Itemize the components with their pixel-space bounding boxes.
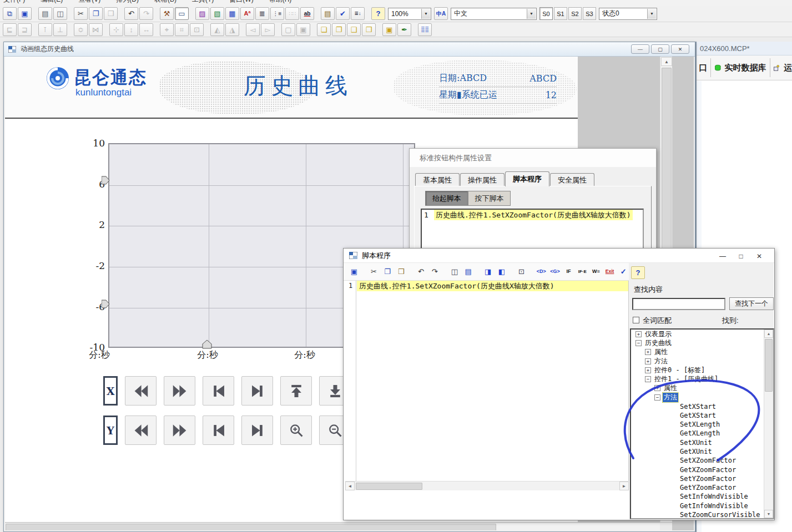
x-cursor-marker[interactable]	[202, 340, 212, 349]
menu-item[interactable]: 窗口(W)	[229, 0, 253, 4]
tree-label[interactable]: 属性	[663, 383, 678, 393]
tree-label[interactable]: 属性	[653, 347, 669, 357]
rotate-left-icon[interactable]: ◭	[210, 23, 224, 36]
tree-item[interactable]: − 历史曲线	[631, 338, 773, 347]
press-script-tab[interactable]: 按下脚本	[468, 191, 511, 206]
align-left-icon[interactable]: ⊑	[3, 23, 17, 36]
tree-label[interactable]: 控件0 - [标签]	[653, 366, 706, 375]
tree-label[interactable]: 方法	[663, 393, 678, 402]
format-icon[interactable]: ▤	[462, 265, 475, 278]
tree-label[interactable]: 仪表显示	[644, 330, 673, 339]
tools-icon[interactable]: ⚒	[160, 7, 174, 20]
state-button[interactable]: S0	[539, 7, 553, 20]
maximize-button[interactable]: ▢	[651, 44, 669, 54]
tree-item[interactable]: SetXLength	[631, 420, 773, 429]
tree-label[interactable]: SetInfoWndVisible	[679, 493, 749, 500]
same-height-icon[interactable]: ≎	[74, 23, 88, 36]
state-button[interactable]: S3	[583, 7, 596, 20]
print-icon[interactable]: ▤	[38, 7, 52, 20]
tree-label[interactable]: GetYZoomFactor	[679, 484, 737, 492]
flip-h-icon[interactable]: ◅	[246, 23, 260, 36]
tree-toggle[interactable]: +	[645, 367, 651, 373]
tree-item[interactable]: GetInfoWndVisible	[631, 501, 773, 510]
find-preview-icon[interactable]: ◫	[448, 265, 461, 278]
x-skip-start-button[interactable]	[203, 376, 234, 406]
script-code-editor[interactable]: 1 历史曲线.控件1.SetXZoomFactor(历史曲线X轴放大倍数)	[345, 281, 629, 481]
scrollbar-thumb[interactable]	[6, 524, 496, 530]
same-size-icon[interactable]: ⊹	[109, 23, 123, 36]
find-input[interactable]	[632, 298, 725, 310]
x-skip-end-button[interactable]	[241, 376, 273, 406]
find-next-button[interactable]: 查找下一个	[729, 297, 774, 310]
tree-item[interactable]: SetXZoomFactor	[631, 456, 773, 465]
align-right-icon[interactable]: ⊒	[18, 23, 32, 36]
zoom-select[interactable]: 100% ▼	[388, 8, 431, 20]
property-tab[interactable]: 基本属性	[415, 173, 460, 186]
save-icon[interactable]: ▣	[18, 7, 32, 20]
tree-item[interactable]: − 方法	[631, 393, 773, 402]
tree-item[interactable]: + 控件0 - [标签]	[631, 366, 773, 374]
tree-label[interactable]: GetXZoomFactor	[679, 466, 737, 474]
scroll-right-button[interactable]: ►	[619, 482, 629, 490]
tree-label[interactable]: 方法	[653, 357, 669, 366]
tree-item[interactable]: + 方法	[631, 357, 773, 366]
script-code-line[interactable]: 历史曲线.控件1.SetXZoomFactor(历史曲线X轴放大倍数)	[357, 281, 628, 291]
scroll-down-button[interactable]: ▼	[764, 510, 773, 518]
y-skip-start-button[interactable]	[203, 416, 234, 445]
language-select[interactable]: 中文 ▼	[451, 8, 537, 20]
center-v-icon[interactable]: ⌗	[175, 23, 189, 36]
font-grid-icon[interactable]: ▦	[225, 7, 239, 20]
menu-item[interactable]: 工具(T)	[192, 0, 214, 4]
property-tab[interactable]: 安全属性	[550, 173, 594, 186]
tab-run-strategy-partial[interactable]: 运	[784, 63, 792, 73]
property-tab[interactable]: 操作属性	[460, 173, 505, 186]
tree-label[interactable]: SetXStart	[679, 403, 717, 411]
syntax-check-icon[interactable]: ✓	[617, 265, 629, 278]
scroll-left-button[interactable]: ◄	[345, 482, 355, 490]
redo-icon[interactable]: ↷	[428, 265, 441, 278]
undo-icon[interactable]: ↶	[415, 265, 427, 278]
window-titlebar[interactable]: 脚本程序	[344, 249, 774, 263]
align-bottom-icon[interactable]: ⊥	[53, 23, 67, 36]
group-icon[interactable]: ▢	[281, 23, 295, 36]
tree-item[interactable]: SetXStart	[631, 402, 773, 411]
help-icon[interactable]: ?	[631, 266, 645, 279]
tree-item[interactable]: GetYZoomFactor	[631, 483, 773, 492]
editor-horizontal-scrollbar[interactable]: ◄ ►	[345, 481, 629, 490]
menu-item[interactable]: 排列(D)	[116, 0, 139, 4]
tree-scrollbar[interactable]: ▲ ▼	[764, 330, 773, 518]
cut-icon[interactable]: ✂	[368, 265, 380, 278]
state-button[interactable]: S1	[554, 7, 567, 20]
translate-button[interactable]: 中A	[434, 7, 448, 20]
cut-icon[interactable]: ✂	[74, 7, 88, 20]
object-tree[interactable]: + 仪表显示 − 历史曲线 + 属性 + 方法	[630, 328, 774, 519]
tree-label[interactable]: GetInfoWndVisible	[679, 502, 749, 510]
window-titlebar[interactable]: 动画组态历史曲线	[4, 42, 695, 57]
tab-user-window-partial[interactable]: 口	[699, 63, 707, 73]
minimize-button[interactable]: —	[714, 250, 731, 262]
tree-label[interactable]: 历史曲线	[644, 338, 673, 348]
tree-label[interactable]: SetYZoomFactor	[679, 475, 737, 483]
tree-item[interactable]: + 属性	[631, 348, 773, 357]
workbench-icon[interactable]: ▭	[175, 7, 189, 20]
tab-realtime-database[interactable]: 实时数据库	[725, 63, 766, 73]
x-fastforward-button[interactable]	[164, 376, 195, 406]
insert-data-icon[interactable]: <D>	[535, 265, 547, 278]
bring-forward-icon[interactable]: ❑	[347, 23, 361, 36]
rotate-right-icon[interactable]: ◮	[225, 23, 239, 36]
tree-item[interactable]: SetYZoomFactor	[631, 474, 773, 483]
center-h-icon[interactable]: ⊡	[190, 23, 204, 36]
y-skip-end-button[interactable]	[241, 416, 273, 445]
tree-item[interactable]: GetXStart	[631, 411, 773, 420]
tree-item[interactable]: SetZoomCursorVisible	[631, 510, 773, 519]
bring-front-icon[interactable]: ❏	[317, 23, 331, 36]
if-else-block-icon[interactable]: IF·E	[576, 265, 588, 278]
state-button[interactable]: S2	[568, 7, 582, 20]
tree-toggle[interactable]: −	[645, 376, 651, 382]
menu-item[interactable]: 编辑(E)	[41, 0, 63, 4]
tree-item[interactable]: SetXUnit	[631, 438, 773, 447]
tree-label[interactable]: SetXZoomFactor	[679, 457, 737, 464]
tree-label[interactable]: SetZoomCursorVisible	[679, 511, 761, 519]
syntax-check-icon[interactable]: ✔	[336, 7, 350, 20]
lock-icon[interactable]: ▣	[382, 23, 396, 36]
